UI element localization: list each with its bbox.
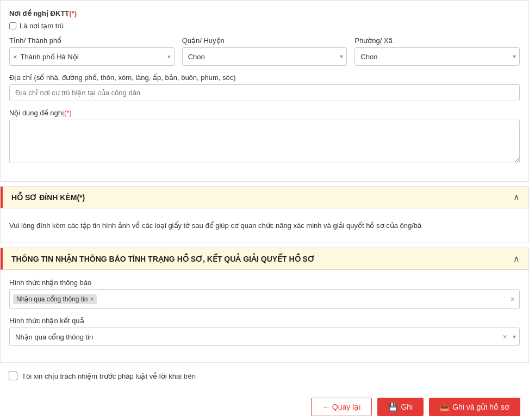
hinhthuc-tag-remove-icon[interactable]: × xyxy=(90,295,94,303)
ward-dropdown[interactable]: Chon xyxy=(355,50,503,64)
address-label: Địa chỉ (số nhà, đường phố, thôn, xóm, l… xyxy=(9,73,520,82)
tamtru-label: Là nơi tạm trú xyxy=(20,22,64,30)
save-icon: 💾 xyxy=(388,403,397,411)
ketqua-dropdown[interactable]: Nhận qua cổng thông tin xyxy=(10,330,503,344)
thongtin-collapse-icon[interactable]: ∧ xyxy=(513,254,520,264)
tamtru-checkbox[interactable] xyxy=(9,22,16,29)
hinhthuc-tag: Nhận qua cổng thông tin × xyxy=(13,294,97,304)
hoso-title: HỒ SƠ ĐÍNH KÈM(*) xyxy=(11,193,85,202)
province-label: Tỉnh/ Thành phố xyxy=(9,36,175,45)
noidung-required-star: (*) xyxy=(64,109,72,117)
district-label: Quận/ Huyện xyxy=(182,36,347,45)
responsibility-checkbox[interactable] xyxy=(9,372,17,380)
ward-arrow-icon: ▾ xyxy=(513,53,516,60)
address-input[interactable] xyxy=(9,84,520,101)
hinhthuc-clear-icon[interactable]: × xyxy=(511,295,515,304)
hoso-section-header[interactable]: HỒ SƠ ĐÍNH KÈM(*) ∧ xyxy=(1,187,528,208)
noidung-label: Nội dung đề nghị(*) xyxy=(9,109,520,117)
ketqua-clear-icon[interactable]: × xyxy=(503,332,507,341)
button-row: ← Quay lại 💾 Ghi 📤 Ghi và gửi hồ sơ xyxy=(0,389,529,420)
back-button-label: ← Quay lại xyxy=(322,403,360,411)
save-button[interactable]: 💾 Ghi xyxy=(377,398,424,416)
province-value: Thành phố Hà Nội xyxy=(21,53,79,61)
province-clear-icon[interactable]: × xyxy=(13,53,17,61)
ketqua-arrow-icon: ▾ xyxy=(513,333,516,341)
hinhthuc-label: Hình thức nhận thông báo xyxy=(9,279,520,287)
send-icon: 📤 xyxy=(440,403,449,411)
thongtin-title: THÔNG TIN NHẬN THÔNG BÁO TÌNH TRẠNG HỒ S… xyxy=(11,255,315,263)
ketqua-select[interactable]: Nhận qua cổng thông tin × ▾ xyxy=(9,328,520,346)
save-send-button[interactable]: 📤 Ghi và gửi hồ sơ xyxy=(429,398,520,416)
hinhthuc-select[interactable]: Nhận qua cổng thông tin × × xyxy=(9,289,520,309)
required-star: (*) xyxy=(69,9,77,17)
district-select[interactable]: Chon ▾ xyxy=(182,47,347,66)
ward-select[interactable]: Chon ▾ xyxy=(354,47,520,66)
province-select[interactable]: × Thành phố Hà Nội ▾ xyxy=(9,47,175,66)
hinhthuc-tag-text: Nhận qua cổng thông tin xyxy=(16,295,88,303)
save-send-button-label: Ghi và gửi hồ sơ xyxy=(452,403,509,411)
back-button[interactable]: ← Quay lại xyxy=(311,398,372,416)
ketqua-label: Hình thức nhận kết quả xyxy=(9,317,520,325)
ward-label: Phường/ Xã xyxy=(354,36,520,45)
section-title-noi-de-nghi: Nơi đề nghị ĐKTT(*) xyxy=(9,9,520,17)
district-arrow-icon: ▾ xyxy=(340,53,343,60)
hoso-info-text: Vui lòng đính kèm các tập tin hình ảnh v… xyxy=(9,217,520,234)
thongtin-section-header[interactable]: THÔNG TIN NHẬN THÔNG BÁO TÌNH TRẠNG HỒ S… xyxy=(1,248,528,270)
responsibility-label: Tôi xin chịu trách nhiệm trước pháp luật… xyxy=(22,372,196,380)
save-button-label: Ghi xyxy=(401,403,413,411)
hoso-collapse-icon[interactable]: ∧ xyxy=(513,192,520,202)
district-dropdown[interactable]: Chon xyxy=(183,50,331,64)
noidung-textarea[interactable] xyxy=(9,120,520,163)
